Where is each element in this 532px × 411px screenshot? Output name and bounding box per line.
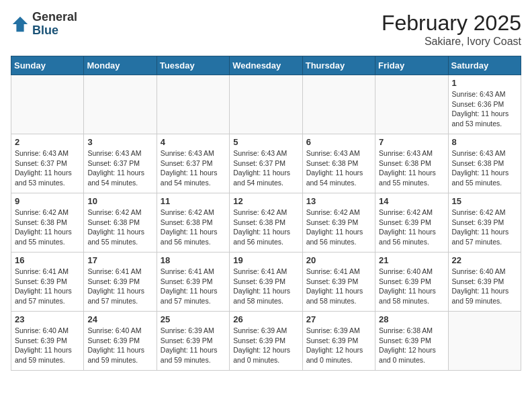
day-number: 25 (161, 314, 226, 324)
calendar-cell (302, 75, 375, 134)
day-info: Sunrise: 6:41 AM Sunset: 6:39 PM Dayligh… (306, 267, 371, 306)
day-number: 8 (452, 137, 517, 147)
calendar-cell: 13Sunrise: 6:42 AM Sunset: 6:39 PM Dayli… (302, 193, 375, 253)
calendar-cell: 21Sunrise: 6:40 AM Sunset: 6:39 PM Dayli… (375, 253, 448, 312)
calendar-cell: 12Sunrise: 6:42 AM Sunset: 6:38 PM Dayli… (230, 193, 302, 253)
calendar-cell (448, 312, 521, 371)
day-number: 10 (87, 196, 152, 206)
calendar-cell (84, 75, 157, 134)
calendar-cell: 2Sunrise: 6:43 AM Sunset: 6:37 PM Daylig… (11, 134, 84, 193)
day-number: 4 (161, 137, 226, 147)
calendar-cell: 16Sunrise: 6:41 AM Sunset: 6:39 PM Dayli… (11, 253, 84, 312)
weekday-header-tuesday: Tuesday (157, 56, 229, 75)
day-number: 9 (15, 196, 80, 206)
weekday-header-saturday: Saturday (448, 56, 521, 75)
calendar-cell: 24Sunrise: 6:40 AM Sunset: 6:39 PM Dayli… (84, 312, 157, 371)
calendar-cell: 9Sunrise: 6:42 AM Sunset: 6:38 PM Daylig… (11, 193, 84, 253)
day-info: Sunrise: 6:42 AM Sunset: 6:39 PM Dayligh… (452, 208, 517, 247)
calendar-cell: 6Sunrise: 6:43 AM Sunset: 6:38 PM Daylig… (302, 134, 375, 193)
day-number: 7 (379, 137, 444, 147)
day-info: Sunrise: 6:42 AM Sunset: 6:38 PM Dayligh… (233, 208, 298, 247)
day-info: Sunrise: 6:43 AM Sunset: 6:37 PM Dayligh… (161, 148, 226, 188)
day-number: 15 (452, 196, 517, 206)
day-info: Sunrise: 6:39 AM Sunset: 6:39 PM Dayligh… (306, 326, 371, 365)
day-info: Sunrise: 6:42 AM Sunset: 6:38 PM Dayligh… (15, 208, 80, 247)
calendar-cell (230, 75, 302, 134)
day-number: 1 (452, 78, 517, 88)
day-info: Sunrise: 6:43 AM Sunset: 6:38 PM Dayligh… (452, 148, 517, 188)
day-number: 14 (379, 196, 444, 206)
day-info: Sunrise: 6:40 AM Sunset: 6:39 PM Dayligh… (15, 326, 80, 365)
day-number: 18 (161, 255, 226, 265)
week-row-1: 1Sunrise: 6:43 AM Sunset: 6:36 PM Daylig… (11, 75, 521, 134)
calendar-cell: 18Sunrise: 6:41 AM Sunset: 6:39 PM Dayli… (157, 253, 229, 312)
calendar-cell: 25Sunrise: 6:39 AM Sunset: 6:39 PM Dayli… (157, 312, 229, 371)
day-number: 28 (379, 314, 444, 324)
weekday-header-row: SundayMondayTuesdayWednesdayThursdayFrid… (11, 56, 521, 75)
day-info: Sunrise: 6:38 AM Sunset: 6:39 PM Dayligh… (379, 326, 444, 365)
calendar-cell: 4Sunrise: 6:43 AM Sunset: 6:37 PM Daylig… (157, 134, 229, 193)
month-year: February 2025 (382, 11, 521, 36)
week-row-4: 16Sunrise: 6:41 AM Sunset: 6:39 PM Dayli… (11, 253, 521, 312)
calendar-cell (157, 75, 229, 134)
day-number: 13 (306, 196, 371, 206)
day-number: 16 (15, 255, 80, 265)
day-info: Sunrise: 6:39 AM Sunset: 6:39 PM Dayligh… (233, 326, 298, 365)
calendar-cell: 22Sunrise: 6:40 AM Sunset: 6:39 PM Dayli… (448, 253, 521, 312)
day-info: Sunrise: 6:42 AM Sunset: 6:38 PM Dayligh… (87, 208, 152, 247)
calendar-cell: 26Sunrise: 6:39 AM Sunset: 6:39 PM Dayli… (230, 312, 302, 371)
day-number: 17 (87, 255, 152, 265)
calendar-cell: 14Sunrise: 6:42 AM Sunset: 6:39 PM Dayli… (375, 193, 448, 253)
calendar-cell: 8Sunrise: 6:43 AM Sunset: 6:38 PM Daylig… (448, 134, 521, 193)
day-info: Sunrise: 6:43 AM Sunset: 6:37 PM Dayligh… (87, 148, 152, 188)
day-number: 26 (233, 314, 298, 324)
day-info: Sunrise: 6:42 AM Sunset: 6:39 PM Dayligh… (306, 208, 371, 247)
day-number: 20 (306, 255, 371, 265)
day-number: 2 (15, 137, 80, 147)
calendar-cell: 19Sunrise: 6:41 AM Sunset: 6:39 PM Dayli… (230, 253, 302, 312)
day-info: Sunrise: 6:43 AM Sunset: 6:36 PM Dayligh… (452, 89, 517, 129)
day-info: Sunrise: 6:42 AM Sunset: 6:39 PM Dayligh… (379, 208, 444, 247)
calendar-cell: 27Sunrise: 6:39 AM Sunset: 6:39 PM Dayli… (302, 312, 375, 371)
day-number: 27 (306, 314, 371, 324)
day-info: Sunrise: 6:41 AM Sunset: 6:39 PM Dayligh… (233, 267, 298, 306)
calendar-cell: 17Sunrise: 6:41 AM Sunset: 6:39 PM Dayli… (84, 253, 157, 312)
day-info: Sunrise: 6:43 AM Sunset: 6:38 PM Dayligh… (379, 148, 444, 188)
day-info: Sunrise: 6:40 AM Sunset: 6:39 PM Dayligh… (87, 326, 152, 365)
weekday-header-thursday: Thursday (302, 56, 375, 75)
week-row-2: 2Sunrise: 6:43 AM Sunset: 6:37 PM Daylig… (11, 134, 521, 193)
day-info: Sunrise: 6:39 AM Sunset: 6:39 PM Dayligh… (161, 326, 226, 365)
day-number: 23 (15, 314, 80, 324)
calendar-cell (375, 75, 448, 134)
weekday-header-monday: Monday (84, 56, 157, 75)
day-number: 11 (161, 196, 226, 206)
calendar-cell: 23Sunrise: 6:40 AM Sunset: 6:39 PM Dayli… (11, 312, 84, 371)
location: Sakiare, Ivory Coast (382, 36, 521, 48)
logo-icon (11, 15, 30, 34)
day-info: Sunrise: 6:40 AM Sunset: 6:39 PM Dayligh… (379, 267, 444, 306)
calendar-cell: 5Sunrise: 6:43 AM Sunset: 6:37 PM Daylig… (230, 134, 302, 193)
svg-marker-0 (13, 17, 28, 32)
week-row-3: 9Sunrise: 6:42 AM Sunset: 6:38 PM Daylig… (11, 193, 521, 253)
day-number: 19 (233, 255, 298, 265)
logo-general: General (32, 10, 77, 24)
day-number: 5 (233, 137, 298, 147)
logo-text: General Blue (32, 11, 77, 38)
weekday-header-sunday: Sunday (11, 56, 84, 75)
day-info: Sunrise: 6:43 AM Sunset: 6:37 PM Dayligh… (233, 148, 298, 188)
week-row-5: 23Sunrise: 6:40 AM Sunset: 6:39 PM Dayli… (11, 312, 521, 371)
day-info: Sunrise: 6:42 AM Sunset: 6:38 PM Dayligh… (161, 208, 226, 247)
calendar-cell: 28Sunrise: 6:38 AM Sunset: 6:39 PM Dayli… (375, 312, 448, 371)
calendar-cell: 15Sunrise: 6:42 AM Sunset: 6:39 PM Dayli… (448, 193, 521, 253)
logo-blue: Blue (32, 24, 58, 37)
weekday-header-wednesday: Wednesday (230, 56, 302, 75)
day-number: 24 (87, 314, 152, 324)
day-info: Sunrise: 6:43 AM Sunset: 6:38 PM Dayligh… (306, 148, 371, 188)
day-info: Sunrise: 6:41 AM Sunset: 6:39 PM Dayligh… (87, 267, 152, 306)
logo: General Blue (11, 11, 77, 38)
calendar-cell: 3Sunrise: 6:43 AM Sunset: 6:37 PM Daylig… (84, 134, 157, 193)
calendar-cell: 10Sunrise: 6:42 AM Sunset: 6:38 PM Dayli… (84, 193, 157, 253)
weekday-header-friday: Friday (375, 56, 448, 75)
calendar-cell: 1Sunrise: 6:43 AM Sunset: 6:36 PM Daylig… (448, 75, 521, 134)
calendar-cell: 7Sunrise: 6:43 AM Sunset: 6:38 PM Daylig… (375, 134, 448, 193)
